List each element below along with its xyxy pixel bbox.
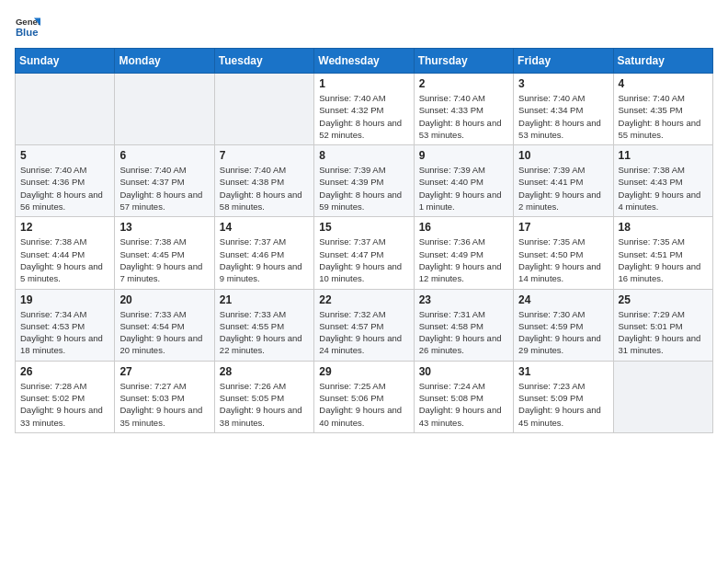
day-number: 22 xyxy=(319,293,408,306)
day-number: 28 xyxy=(220,365,309,378)
weekday-header: Monday xyxy=(115,49,214,74)
calendar-cell xyxy=(214,74,313,145)
day-number: 29 xyxy=(319,365,408,378)
day-info: Sunrise: 7:35 AMSunset: 4:50 PMDaylight:… xyxy=(518,236,608,284)
calendar-cell: 7Sunrise: 7:40 AMSunset: 4:38 PMDaylight… xyxy=(214,145,313,217)
calendar-cell: 4Sunrise: 7:40 AMSunset: 4:35 PMDaylight… xyxy=(613,74,712,145)
day-number: 7 xyxy=(220,149,309,162)
calendar-week-row: 26Sunrise: 7:28 AMSunset: 5:02 PMDayligh… xyxy=(16,361,713,432)
day-info: Sunrise: 7:26 AMSunset: 5:05 PMDaylight:… xyxy=(220,380,309,429)
day-number: 14 xyxy=(220,221,309,234)
day-number: 11 xyxy=(619,149,708,162)
day-info: Sunrise: 7:28 AMSunset: 5:02 PMDaylight:… xyxy=(20,380,109,429)
calendar-cell: 11Sunrise: 7:38 AMSunset: 4:43 PMDayligh… xyxy=(613,145,712,217)
day-number: 24 xyxy=(518,293,608,306)
day-number: 4 xyxy=(619,77,708,90)
day-info: Sunrise: 7:33 AMSunset: 4:54 PMDaylight:… xyxy=(119,308,209,357)
weekday-header: Thursday xyxy=(414,49,513,74)
day-number: 5 xyxy=(20,149,109,162)
day-number: 3 xyxy=(518,77,608,90)
weekday-header: Saturday xyxy=(613,49,712,74)
calendar-week-row: 19Sunrise: 7:34 AMSunset: 4:53 PMDayligh… xyxy=(16,289,713,361)
day-number: 20 xyxy=(119,293,209,306)
calendar-cell: 21Sunrise: 7:33 AMSunset: 4:55 PMDayligh… xyxy=(214,289,313,361)
calendar-cell: 23Sunrise: 7:31 AMSunset: 4:58 PMDayligh… xyxy=(414,289,513,361)
day-info: Sunrise: 7:39 AMSunset: 4:39 PMDaylight:… xyxy=(319,164,408,213)
day-number: 1 xyxy=(319,77,408,90)
day-number: 17 xyxy=(518,221,608,234)
calendar-cell: 10Sunrise: 7:39 AMSunset: 4:41 PMDayligh… xyxy=(514,145,613,217)
logo: General Blue xyxy=(15,15,40,40)
day-number: 18 xyxy=(619,221,708,234)
day-info: Sunrise: 7:34 AMSunset: 4:53 PMDaylight:… xyxy=(20,308,109,357)
calendar-cell xyxy=(16,74,115,145)
day-number: 15 xyxy=(319,221,408,234)
day-number: 9 xyxy=(419,149,508,162)
day-info: Sunrise: 7:31 AMSunset: 4:58 PMDaylight:… xyxy=(419,308,508,357)
day-info: Sunrise: 7:40 AMSunset: 4:34 PMDaylight:… xyxy=(518,92,608,141)
calendar-cell: 22Sunrise: 7:32 AMSunset: 4:57 PMDayligh… xyxy=(314,289,414,361)
calendar-cell: 13Sunrise: 7:38 AMSunset: 4:45 PMDayligh… xyxy=(115,217,214,289)
calendar-cell: 18Sunrise: 7:35 AMSunset: 4:51 PMDayligh… xyxy=(613,217,712,289)
calendar-cell: 25Sunrise: 7:29 AMSunset: 5:01 PMDayligh… xyxy=(613,289,712,361)
day-info: Sunrise: 7:24 AMSunset: 5:08 PMDaylight:… xyxy=(419,380,508,429)
day-info: Sunrise: 7:37 AMSunset: 4:46 PMDaylight:… xyxy=(220,236,309,284)
weekday-header: Sunday xyxy=(16,49,115,74)
day-number: 26 xyxy=(20,365,109,378)
calendar-cell: 19Sunrise: 7:34 AMSunset: 4:53 PMDayligh… xyxy=(16,289,115,361)
day-info: Sunrise: 7:40 AMSunset: 4:33 PMDaylight:… xyxy=(419,92,508,141)
calendar-week-row: 5Sunrise: 7:40 AMSunset: 4:36 PMDaylight… xyxy=(16,145,713,217)
day-info: Sunrise: 7:40 AMSunset: 4:32 PMDaylight:… xyxy=(319,92,408,141)
day-info: Sunrise: 7:40 AMSunset: 4:37 PMDaylight:… xyxy=(119,164,209,213)
calendar-cell: 31Sunrise: 7:23 AMSunset: 5:09 PMDayligh… xyxy=(514,361,613,432)
day-info: Sunrise: 7:35 AMSunset: 4:51 PMDaylight:… xyxy=(619,236,708,284)
day-number: 25 xyxy=(619,293,708,306)
day-number: 10 xyxy=(518,149,608,162)
day-number: 12 xyxy=(20,221,109,234)
day-number: 13 xyxy=(119,221,209,234)
day-number: 6 xyxy=(119,149,209,162)
day-info: Sunrise: 7:40 AMSunset: 4:35 PMDaylight:… xyxy=(619,92,708,141)
day-info: Sunrise: 7:29 AMSunset: 5:01 PMDaylight:… xyxy=(619,308,708,357)
day-info: Sunrise: 7:37 AMSunset: 4:47 PMDaylight:… xyxy=(319,236,408,284)
day-info: Sunrise: 7:39 AMSunset: 4:41 PMDaylight:… xyxy=(518,164,608,213)
day-info: Sunrise: 7:38 AMSunset: 4:43 PMDaylight:… xyxy=(619,164,708,213)
day-info: Sunrise: 7:39 AMSunset: 4:40 PMDaylight:… xyxy=(419,164,508,213)
weekday-header-row: SundayMondayTuesdayWednesdayThursdayFrid… xyxy=(16,49,713,74)
day-info: Sunrise: 7:25 AMSunset: 5:06 PMDaylight:… xyxy=(319,380,408,429)
calendar-cell: 3Sunrise: 7:40 AMSunset: 4:34 PMDaylight… xyxy=(514,74,613,145)
day-number: 8 xyxy=(319,149,408,162)
calendar-cell: 29Sunrise: 7:25 AMSunset: 5:06 PMDayligh… xyxy=(314,361,414,432)
day-number: 27 xyxy=(119,365,209,378)
day-number: 2 xyxy=(419,77,508,90)
day-info: Sunrise: 7:38 AMSunset: 4:45 PMDaylight:… xyxy=(119,236,209,284)
calendar-cell: 14Sunrise: 7:37 AMSunset: 4:46 PMDayligh… xyxy=(214,217,313,289)
calendar-cell: 24Sunrise: 7:30 AMSunset: 4:59 PMDayligh… xyxy=(514,289,613,361)
day-number: 16 xyxy=(419,221,508,234)
calendar-cell: 20Sunrise: 7:33 AMSunset: 4:54 PMDayligh… xyxy=(115,289,214,361)
calendar-week-row: 1Sunrise: 7:40 AMSunset: 4:32 PMDaylight… xyxy=(16,74,713,145)
day-info: Sunrise: 7:27 AMSunset: 5:03 PMDaylight:… xyxy=(119,380,209,429)
calendar-cell: 30Sunrise: 7:24 AMSunset: 5:08 PMDayligh… xyxy=(414,361,513,432)
day-number: 21 xyxy=(220,293,309,306)
calendar-cell: 16Sunrise: 7:36 AMSunset: 4:49 PMDayligh… xyxy=(414,217,513,289)
page-header: General Blue xyxy=(15,15,713,40)
calendar-cell: 5Sunrise: 7:40 AMSunset: 4:36 PMDaylight… xyxy=(16,145,115,217)
day-number: 23 xyxy=(419,293,508,306)
calendar-cell: 12Sunrise: 7:38 AMSunset: 4:44 PMDayligh… xyxy=(16,217,115,289)
day-number: 30 xyxy=(419,365,508,378)
calendar-cell: 17Sunrise: 7:35 AMSunset: 4:50 PMDayligh… xyxy=(514,217,613,289)
calendar-table: SundayMondayTuesdayWednesdayThursdayFrid… xyxy=(15,48,713,433)
day-info: Sunrise: 7:40 AMSunset: 4:38 PMDaylight:… xyxy=(220,164,309,213)
day-info: Sunrise: 7:38 AMSunset: 4:44 PMDaylight:… xyxy=(20,236,109,284)
calendar-week-row: 12Sunrise: 7:38 AMSunset: 4:44 PMDayligh… xyxy=(16,217,713,289)
day-info: Sunrise: 7:30 AMSunset: 4:59 PMDaylight:… xyxy=(518,308,608,357)
day-info: Sunrise: 7:32 AMSunset: 4:57 PMDaylight:… xyxy=(319,308,408,357)
calendar-cell: 15Sunrise: 7:37 AMSunset: 4:47 PMDayligh… xyxy=(314,217,414,289)
day-number: 31 xyxy=(518,365,608,378)
calendar-cell: 27Sunrise: 7:27 AMSunset: 5:03 PMDayligh… xyxy=(115,361,214,432)
calendar-cell: 28Sunrise: 7:26 AMSunset: 5:05 PMDayligh… xyxy=(214,361,313,432)
calendar-cell: 26Sunrise: 7:28 AMSunset: 5:02 PMDayligh… xyxy=(16,361,115,432)
calendar-cell: 9Sunrise: 7:39 AMSunset: 4:40 PMDaylight… xyxy=(414,145,513,217)
day-info: Sunrise: 7:40 AMSunset: 4:36 PMDaylight:… xyxy=(20,164,109,213)
